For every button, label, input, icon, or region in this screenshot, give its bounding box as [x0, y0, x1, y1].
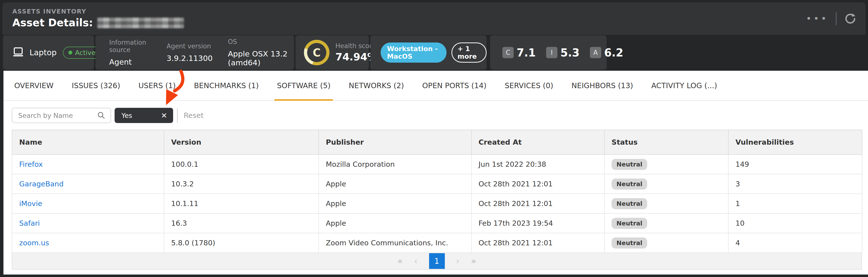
publisher-cell: Apple	[319, 213, 471, 233]
table-header-row: NameVersionPublisherCreated AtStatusVuln…	[12, 130, 862, 154]
created-at-cell: Oct 28th 2021 12:01	[471, 174, 604, 194]
column-header[interactable]: Status	[604, 130, 728, 154]
asset-summary-bar: Laptop Active Information source Agent A…	[3, 35, 607, 70]
status-label: Active	[75, 49, 96, 57]
tab-open-ports-14[interactable]: OPEN PORTS (14)	[420, 71, 489, 100]
search-input[interactable]	[18, 112, 97, 119]
software-name-link[interactable]: iMovie	[19, 199, 42, 208]
column-header[interactable]: Publisher	[319, 130, 471, 154]
cia-scores-card: C 7.1 I 5.3 A 6.2	[490, 35, 607, 70]
created-at-cell: Feb 17th 2023 19:54	[471, 213, 604, 233]
cia-letter-badge: I	[546, 47, 557, 58]
laptop-icon	[12, 47, 24, 58]
field-information-source: Information source Agent	[109, 39, 152, 66]
last-page-button[interactable]: »	[471, 256, 476, 266]
field-label: Information source	[109, 39, 152, 54]
tab-users-1[interactable]: USERS (1)	[136, 71, 178, 100]
active-filter-chip[interactable]: Yes ✕	[115, 108, 173, 123]
tab-networks-2[interactable]: NETWORKS (2)	[346, 71, 406, 100]
publisher-cell: Mozilla Corporation	[319, 154, 471, 174]
field-value: Apple OSX 13.2 (amd64)	[228, 49, 294, 67]
close-icon[interactable]: ✕	[161, 111, 167, 120]
cia-score: A 6.2	[590, 46, 623, 59]
tab-bar: OVERVIEWISSUES (326)USERS (1)BENCHMARKS …	[3, 71, 868, 101]
cia-score-value: 5.3	[560, 46, 580, 59]
more-tags-button[interactable]: + 1 more	[452, 42, 487, 63]
status-badge: Neutral	[612, 159, 647, 170]
tab-issues-326[interactable]: ISSUES (326)	[69, 71, 123, 100]
tab-software-5[interactable]: SOFTWARE (5)	[274, 71, 333, 100]
publisher-cell: Apple	[319, 194, 471, 213]
software-name-link[interactable]: zoom.us	[19, 239, 49, 247]
tab-overview[interactable]: OVERVIEW	[12, 71, 56, 100]
breadcrumb: ASSETS INVENTORY	[12, 8, 86, 15]
field-label: Agent version	[167, 42, 213, 50]
tab-benchmarks-1[interactable]: BENCHMARKS (1)	[191, 71, 261, 100]
filter-chip-label: Yes	[121, 112, 132, 119]
table-row: iMovie 10.1.11 Apple Oct 28th 2021 12:01…	[12, 194, 862, 213]
table-row: Firefox 100.0.1 Mozilla Corporation Jun …	[12, 154, 862, 174]
cia-letter-badge: A	[590, 47, 601, 58]
filter-row: Yes ✕ Reset	[12, 108, 868, 123]
device-info-card: Information source Agent Agent version 3…	[95, 35, 294, 70]
field-agent-version: Agent version 3.9.2.11300	[167, 42, 213, 63]
tab-neighbors-13[interactable]: NEIGHBORS (13)	[569, 71, 636, 100]
column-header[interactable]: Version	[164, 130, 319, 154]
cia-score-value: 6.2	[604, 46, 623, 59]
software-name-link[interactable]: GarageBand	[19, 180, 64, 188]
column-header[interactable]: Vulnerabilities	[728, 130, 862, 154]
header-divider	[836, 12, 837, 25]
redacted-asset-name	[97, 18, 184, 28]
vulnerabilities-cell: 149	[728, 154, 862, 174]
more-menu-icon[interactable]: •••	[806, 14, 829, 23]
app-header: ASSETS INVENTORY Asset Details: •••	[0, 0, 868, 71]
status-badge: Neutral	[612, 238, 647, 248]
tab-services-0[interactable]: SERVICES (0)	[502, 71, 556, 100]
version-cell: 16.3	[164, 213, 319, 233]
field-label: OS	[228, 38, 294, 45]
vulnerabilities-cell: 4	[728, 233, 862, 253]
bottom-edge-strip	[0, 275, 868, 277]
status-badge: Neutral	[612, 218, 647, 229]
table-row: Safari 16.3 Apple Feb 17th 2023 19:54 Ne…	[12, 213, 862, 233]
search-box[interactable]	[12, 108, 111, 123]
health-gauge: C	[304, 40, 330, 65]
table-row: zoom.us 5.8.0 (1780) Zoom Video Communic…	[12, 233, 862, 253]
tag-pill: Workstation - MacOS	[381, 42, 446, 63]
version-cell: 100.0.1	[164, 154, 319, 174]
publisher-cell: Apple	[319, 174, 471, 194]
software-name-link[interactable]: Safari	[19, 219, 40, 228]
content-area: OVERVIEWISSUES (326)USERS (1)BENCHMARKS …	[3, 71, 868, 275]
column-header[interactable]: Name	[12, 130, 164, 154]
column-header[interactable]: Created At	[471, 130, 604, 154]
tab-activity-log[interactable]: ACTIVITY LOG (...)	[649, 71, 720, 100]
search-icon[interactable]	[97, 111, 106, 120]
current-page-button[interactable]: 1	[429, 253, 445, 269]
status-badge: Neutral	[612, 198, 647, 209]
software-name-link[interactable]: Firefox	[19, 160, 43, 169]
created-at-cell: Jun 1st 2022 20:38	[471, 154, 604, 174]
next-page-button[interactable]: ›	[456, 256, 460, 266]
cia-letter-badge: C	[502, 47, 514, 58]
header-actions: •••	[806, 2, 857, 35]
first-page-button[interactable]: «	[397, 256, 403, 266]
tags-card: Workstation - MacOS + 1 more	[370, 35, 487, 70]
vulnerabilities-cell: 1	[728, 194, 862, 213]
device-card: Laptop Active	[3, 35, 94, 70]
header-panel: ASSETS INVENTORY Asset Details: •••	[2, 2, 866, 35]
health-score-card: C Health score 74.94%	[296, 35, 369, 70]
page-title: Asset Details:	[12, 17, 93, 29]
reset-button[interactable]: Reset	[184, 111, 204, 119]
vulnerabilities-cell: 3	[728, 174, 862, 194]
version-cell: 10.3.2	[164, 174, 319, 194]
version-cell: 10.1.11	[164, 194, 319, 213]
health-grade: C	[307, 43, 326, 62]
refresh-icon[interactable]	[844, 12, 857, 25]
vulnerabilities-cell: 10	[728, 213, 862, 233]
field-value: 3.9.2.11300	[167, 54, 213, 63]
pagination-bar: « ‹ 1 › »	[12, 253, 862, 270]
title-row: Asset Details:	[12, 17, 184, 29]
filter-divider	[177, 108, 178, 123]
field-value: Agent	[109, 58, 152, 66]
prev-page-button[interactable]: ‹	[414, 256, 417, 266]
